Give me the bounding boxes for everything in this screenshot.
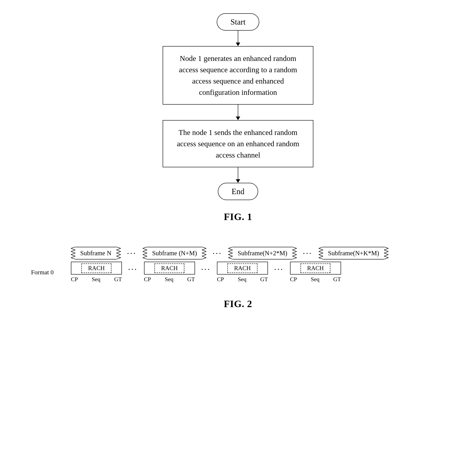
subframe-n-header: Subframe N <box>71 247 121 259</box>
rach-n2m-labels: CP Seq GT <box>217 276 268 283</box>
subframe-n2m-label: Subframe(N+2*M) <box>233 247 292 259</box>
subframe-nm-group: Subframe (N+M) <box>143 247 206 259</box>
jagged-left-nkm <box>319 247 323 259</box>
process-box-1: Node 1 generates an enhanced random acce… <box>163 46 313 105</box>
dots-b1: ··· <box>124 264 142 274</box>
jagged-left-n <box>71 247 75 259</box>
fig2-label: FIG. 2 <box>224 298 252 310</box>
cp-nkm: CP <box>290 276 297 283</box>
dots-2: ··· <box>209 248 226 258</box>
rach-nm-inner: RACH <box>154 264 184 273</box>
subframe-n-label: Subframe N <box>75 247 116 259</box>
seq-n: Seq <box>92 276 100 283</box>
subframe-nkm-header: Subframe(N+K*M) <box>319 247 389 259</box>
arrow-head-3 <box>236 179 240 183</box>
rach-nm-group: RACH CP Seq GT <box>144 262 195 283</box>
rach-nm-outer: RACH <box>144 262 195 274</box>
arrow-head-2 <box>236 117 240 120</box>
flowchart: Start Node 1 generates an enhanced rando… <box>163 13 313 200</box>
end-node: End <box>218 183 258 200</box>
arrow-3 <box>236 167 240 183</box>
gt-nkm: GT <box>333 276 341 283</box>
cp-n2m: CP <box>217 276 224 283</box>
subframe-nm-label: Subframe (N+M) <box>147 247 202 259</box>
cp-nm: CP <box>144 276 151 283</box>
arrow-line-3 <box>238 167 238 179</box>
fig1-section: Start Node 1 generates an enhanced rando… <box>0 13 476 225</box>
rach-n-outer: RACH <box>71 262 122 274</box>
rach-nkm-group: RACH CP Seq GT <box>290 262 341 283</box>
rach-n2m-outer: RACH <box>217 262 268 274</box>
subframe-n-group: Subframe N <box>71 247 121 259</box>
dots-b3: ··· <box>270 264 288 274</box>
gt-n2m: GT <box>260 276 268 283</box>
jagged-left-n2m <box>228 247 233 259</box>
rach-nkm-inner: RACH <box>300 264 331 273</box>
dots-1: ··· <box>123 248 141 258</box>
subframe-n2m-group: Subframe(N+2*M) <box>228 247 297 259</box>
rach-nkm-outer: RACH <box>290 262 341 274</box>
arrow-line-1 <box>238 31 238 43</box>
rach-n-group: RACH CP Seq GT <box>71 262 122 283</box>
dots-b2: ··· <box>197 264 215 274</box>
jagged-right-nkm <box>384 247 389 259</box>
arrow-line-2 <box>238 105 238 117</box>
rach-nkm-labels: CP Seq GT <box>290 276 341 283</box>
jagged-right-nm <box>202 247 206 259</box>
process-box-2: The node 1 sends the enhanced random acc… <box>163 120 313 167</box>
seq-nm: Seq <box>165 276 173 283</box>
fig1-label: FIG. 1 <box>224 211 252 222</box>
arrow-head-1 <box>236 43 240 46</box>
jagged-left-nm <box>143 247 147 259</box>
subframe-nm-header: Subframe (N+M) <box>143 247 206 259</box>
rach-n2m-group: RACH CP Seq GT <box>217 262 268 283</box>
rach-n2m-inner: RACH <box>227 264 257 273</box>
jagged-right-n2m <box>292 247 297 259</box>
rach-nm-labels: CP Seq GT <box>144 276 195 283</box>
rach-n-labels: CP Seq GT <box>71 276 122 283</box>
arrow-1 <box>236 31 240 46</box>
subframe-n2m-header: Subframe(N+2*M) <box>228 247 297 259</box>
seq-n2m: Seq <box>238 276 246 283</box>
gt-n: GT <box>114 276 122 283</box>
rach-n-inner: RACH <box>81 264 111 273</box>
subframe-nkm-label: Subframe(N+K*M) <box>323 247 384 259</box>
arrow-2 <box>236 105 240 120</box>
subframe-nkm-group: Subframe(N+K*M) <box>319 247 389 259</box>
jagged-right-n <box>116 247 121 259</box>
seq-nkm: Seq <box>311 276 320 283</box>
cp-n: CP <box>71 276 78 283</box>
dots-3: ··· <box>299 248 317 258</box>
fig2-section: Subframe N ··· Subframe (N+M) ··· <box>0 242 476 310</box>
start-node: Start <box>217 13 259 31</box>
format-label: Format 0 <box>31 269 69 276</box>
gt-nm: GT <box>187 276 195 283</box>
